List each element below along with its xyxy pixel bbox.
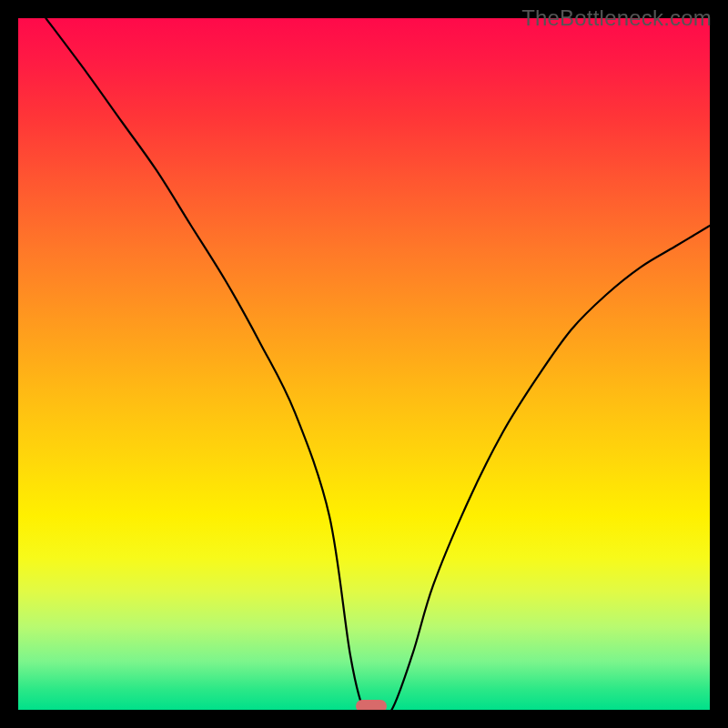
bottleneck-curve — [18, 18, 710, 710]
chart-frame: TheBottleneck.com — [0, 0, 728, 728]
watermark-label: TheBottleneck.com — [521, 5, 712, 31]
optimum-marker — [356, 700, 387, 710]
plot-area — [18, 18, 710, 710]
